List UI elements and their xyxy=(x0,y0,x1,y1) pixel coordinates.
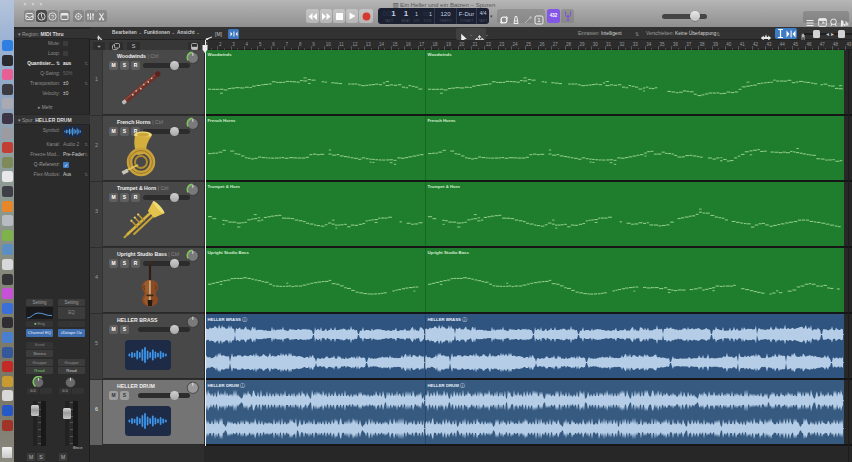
svg-text:1: 1 xyxy=(537,17,541,23)
svg-text:?: ? xyxy=(51,13,54,19)
